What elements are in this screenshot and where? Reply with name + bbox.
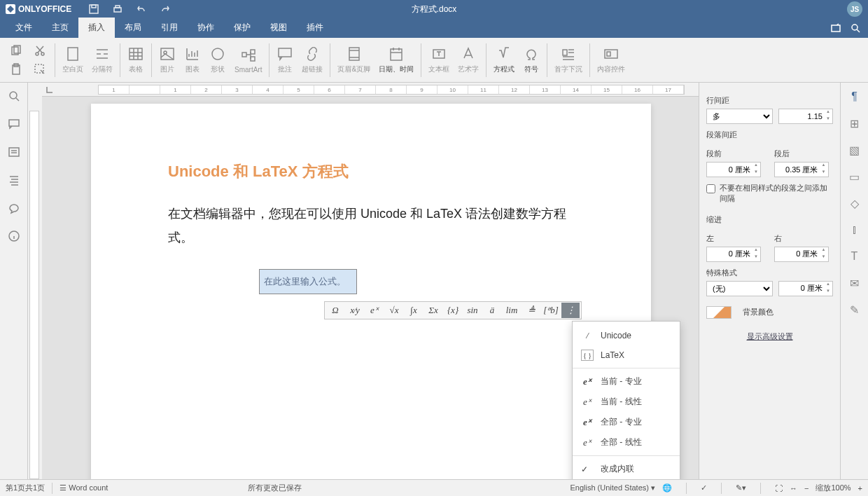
eq-menu-item[interactable]: eˣ当前 - 线性 (573, 392, 680, 412)
navigation-icon[interactable] (8, 174, 20, 186)
eq-tool-8[interactable]: ä (483, 303, 501, 318)
menu-layout[interactable]: 布局 (115, 18, 151, 38)
eq-tool-12[interactable]: ⋮ (561, 303, 580, 318)
svg-point-9 (36, 53, 38, 55)
redo-icon[interactable] (160, 4, 171, 15)
eq-menu-item[interactable]: eˣ全部 - 专业 (573, 412, 680, 432)
document-area: 11234567891011121314151617 Unicode 和 LaT… (42, 83, 699, 479)
undo-icon[interactable] (136, 4, 147, 15)
bg-color-label: 背景颜色 (743, 307, 774, 317)
special-label: 特殊格式 (706, 268, 833, 278)
about-icon[interactable] (8, 230, 20, 242)
eq-tool-2[interactable]: eˣ (365, 303, 384, 318)
feedback-icon[interactable] (8, 202, 20, 214)
table-tab-icon[interactable]: ⊞ (848, 116, 862, 130)
paragraph-tab-icon[interactable]: ¶ (848, 90, 862, 104)
eq-menu-item[interactable]: eˣ当前 - 专业 (573, 371, 680, 392)
eq-tool-7[interactable]: sin (463, 303, 482, 318)
menu-insert[interactable]: 插入 (78, 18, 115, 38)
datetime-button[interactable]: 日期、时间 (374, 43, 418, 77)
find-icon[interactable] (8, 90, 20, 102)
zoom-out-icon[interactable]: − (804, 484, 808, 492)
word-count[interactable]: ☰ Word count (59, 483, 108, 492)
line-spacing-label: 行间距 (706, 95, 833, 106)
bg-color-swatch[interactable] (706, 306, 732, 319)
eq-menu-item[interactable]: eˣ全部 - 线性 (573, 432, 680, 453)
eq-tool-5[interactable]: Σx (424, 303, 442, 318)
eq-menu-item[interactable]: { }LaTeX (573, 345, 680, 365)
fit-page-icon[interactable]: ⛶ (775, 484, 783, 492)
copy-icon[interactable] (10, 45, 22, 57)
paste-icon[interactable] (10, 63, 22, 76)
cut-icon[interactable] (34, 45, 46, 57)
break-button[interactable]: 分隔符 (88, 43, 117, 77)
select-icon[interactable] (34, 63, 46, 76)
comments-icon[interactable] (8, 118, 20, 130)
header-footer-button[interactable]: 页眉&页脚 (333, 43, 374, 77)
mailmerge-tab-icon[interactable]: ✉ (848, 276, 862, 290)
eq-tool-11[interactable]: [ᵃb] (542, 303, 560, 318)
menu-home[interactable]: 主页 (42, 18, 78, 38)
equation-placeholder[interactable]: 在此这里输入公式。 (259, 269, 357, 294)
print-icon[interactable] (112, 4, 123, 15)
svg-point-26 (10, 92, 17, 99)
eq-tool-3[interactable]: √x (385, 303, 403, 318)
language-selector[interactable]: English (United States) ▾ (570, 483, 655, 492)
image-tab-icon[interactable]: ▧ (848, 143, 862, 157)
eq-menu-item[interactable]: ✓改成内联 (573, 459, 680, 479)
no-space-checkbox[interactable]: 不要在相同样式的段落之间添加间隔 (706, 183, 833, 205)
tab-stop-icon[interactable] (45, 85, 55, 95)
content-control-button[interactable]: 内容控件 (593, 43, 629, 77)
eq-menu-item[interactable]: /Unicode (573, 326, 680, 345)
special-mode[interactable]: (无) (706, 281, 773, 296)
line-spacing-mode[interactable]: 多 (706, 109, 773, 124)
eq-tool-9[interactable]: lim (503, 303, 521, 318)
headings-icon[interactable] (8, 146, 20, 158)
hyperlink-button[interactable]: 超链接 (298, 43, 327, 77)
zoom-in-icon[interactable]: + (858, 484, 862, 492)
signature-tab-icon[interactable]: ✎ (848, 303, 862, 317)
svg-rect-21 (349, 48, 359, 60)
chart-button[interactable]: 图表 (180, 43, 205, 77)
menu-collaboration[interactable]: 协作 (188, 18, 224, 38)
equation-button[interactable]: 方程式 (489, 43, 519, 77)
table-button[interactable]: 表格 (123, 43, 148, 77)
advanced-settings-link[interactable]: 显示高级设置 (706, 326, 833, 347)
textart-tab-icon[interactable]: T (848, 249, 862, 263)
symbol-button[interactable]: 符号 (519, 43, 544, 77)
app-name: ONLYOFFICE (18, 4, 71, 14)
menu-protection[interactable]: 保护 (224, 18, 260, 38)
dropcap-button[interactable]: 首字下沉 (550, 43, 587, 77)
shape-tab-icon[interactable]: ◇ (848, 196, 862, 210)
save-icon[interactable] (88, 4, 99, 15)
eq-tool-4[interactable]: ∫x (405, 303, 423, 318)
textbox-button[interactable]: 文本框 (424, 43, 454, 77)
header-tab-icon[interactable]: ▭ (848, 170, 862, 184)
eq-tool-10[interactable]: ≜ (522, 303, 540, 318)
eq-tool-1[interactable]: x⁄y (346, 303, 364, 318)
zoom-level[interactable]: 缩放100% (816, 483, 850, 493)
shape-button[interactable]: 形状 (205, 43, 230, 77)
fit-width-icon[interactable]: ↔ (790, 484, 797, 492)
page-count[interactable]: 第1页共1页 (6, 483, 45, 493)
eq-tool-0[interactable]: Ω (326, 303, 344, 318)
wordart-button[interactable]: 艺术字 (454, 43, 483, 77)
chart-tab-icon[interactable]: ⫿ (848, 223, 862, 237)
eq-tool-6[interactable]: {x} (444, 303, 462, 318)
comment-button[interactable]: 批注 (272, 43, 298, 77)
open-location-icon[interactable] (830, 22, 841, 34)
user-avatar[interactable]: JS (847, 1, 862, 17)
menu-view[interactable]: 视图 (260, 18, 297, 38)
menu-references[interactable]: 引用 (151, 18, 188, 38)
search-icon[interactable] (850, 22, 861, 34)
menu-file[interactable]: 文件 (6, 18, 42, 38)
globe-icon[interactable]: 🌐 (662, 483, 672, 492)
smartart-button[interactable]: SmartArt (230, 44, 266, 76)
menu-plugins[interactable]: 插件 (297, 18, 333, 38)
spellcheck-icon[interactable]: ✓ (701, 483, 707, 492)
blank-page-button[interactable]: 空白页 (58, 43, 88, 77)
image-button[interactable]: 图片 (155, 43, 180, 77)
svg-rect-17 (242, 53, 246, 57)
page[interactable]: Unicode 和 LaTeX 方程式 在文档编辑器中，您现在可以使用 Unic… (91, 104, 651, 479)
track-changes-icon[interactable]: ✎▾ (736, 483, 746, 492)
